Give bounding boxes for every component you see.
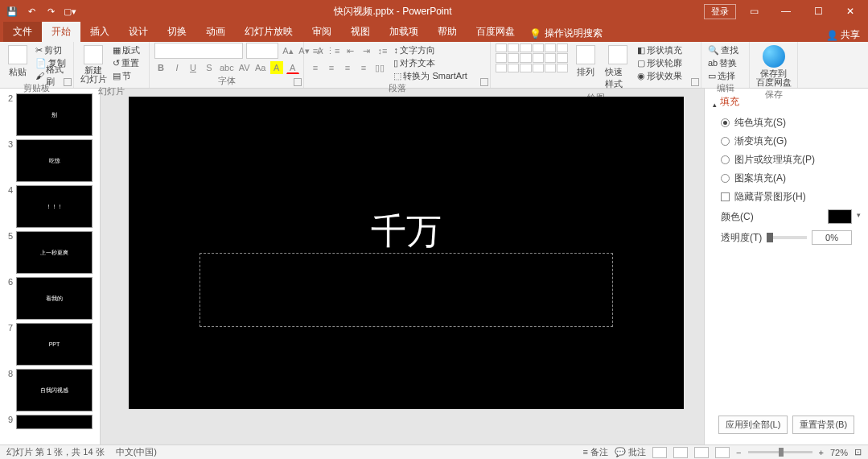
- arrange-button[interactable]: 排列: [571, 43, 600, 80]
- bold-button[interactable]: B: [154, 61, 167, 74]
- font-launcher[interactable]: [294, 78, 302, 86]
- notes-button[interactable]: ≡ 备注: [583, 446, 608, 458]
- find-button[interactable]: 🔍查找: [706, 43, 740, 56]
- italic-button[interactable]: I: [171, 61, 183, 74]
- selected-textbox[interactable]: [200, 253, 613, 327]
- gradient-fill-radio[interactable]: 渐变填充(G): [713, 132, 860, 151]
- shapes-gallery[interactable]: [496, 43, 568, 72]
- drawing-launcher[interactable]: [691, 78, 699, 86]
- numbering-button[interactable]: ⋮≡: [325, 44, 340, 57]
- collapse-caret-icon[interactable]: ▴: [713, 101, 717, 109]
- tab-baidu[interactable]: 百度网盘: [467, 22, 525, 42]
- shadow-button[interactable]: abc: [219, 61, 235, 74]
- thumb-7[interactable]: 7PPT: [0, 321, 100, 367]
- align-left-button[interactable]: ≡: [309, 61, 322, 74]
- canvas-scroll[interactable]: 千万: [101, 89, 704, 445]
- thumb-4[interactable]: 4！！！: [0, 184, 100, 229]
- columns-button[interactable]: ▯▯: [373, 61, 386, 74]
- reset-bg-button[interactable]: 重置背景(B): [792, 416, 854, 434]
- highlight-button[interactable]: A: [270, 61, 283, 74]
- zoom-out-button[interactable]: −: [736, 448, 741, 457]
- slide-thumbnails[interactable]: 2别 3吃惊 4！！！ 5上一秒更爽 6看我的 7PPT 8自我闪视感 9: [0, 89, 101, 445]
- justify-button[interactable]: ≡: [357, 61, 370, 74]
- share-button[interactable]: 👤 共享: [826, 28, 860, 42]
- shape-effects-button[interactable]: ◉形状效果: [636, 69, 684, 82]
- zoom-slider[interactable]: [748, 451, 812, 453]
- language-status[interactable]: 中文(中国): [116, 446, 157, 458]
- align-right-button[interactable]: ≡: [341, 61, 354, 74]
- shape-outline-button[interactable]: ▢形状轮廓: [636, 56, 684, 69]
- text-direction-button[interactable]: ↕文字方向: [392, 43, 468, 56]
- ribbon-display-icon[interactable]: ▭: [739, 0, 768, 23]
- case-button[interactable]: Aa: [254, 61, 267, 74]
- thumb-2[interactable]: 2别: [0, 92, 100, 138]
- align-text-button[interactable]: ▯对齐文本: [392, 56, 468, 69]
- tab-transitions[interactable]: 切换: [158, 22, 196, 42]
- tell-me-search[interactable]: 💡 操作说明搜索: [525, 25, 607, 42]
- thumb-5[interactable]: 5上一秒更爽: [0, 229, 100, 275]
- tab-file[interactable]: 文件: [3, 22, 42, 42]
- paragraph-launcher[interactable]: [480, 78, 488, 86]
- tab-slideshow[interactable]: 幻灯片放映: [235, 22, 302, 42]
- tab-view[interactable]: 视图: [341, 22, 380, 42]
- undo-icon[interactable]: ↶: [24, 4, 39, 19]
- tab-home[interactable]: 开始: [42, 22, 80, 42]
- apply-all-button[interactable]: 应用到全部(L): [718, 416, 788, 434]
- tab-design[interactable]: 设计: [119, 22, 158, 42]
- bullets-button[interactable]: ≡: [309, 44, 322, 57]
- transparency-value[interactable]: 0%: [812, 230, 852, 245]
- spacing-button[interactable]: AV: [238, 61, 251, 74]
- tab-addins[interactable]: 加载项: [380, 22, 428, 42]
- transparency-slider[interactable]: [767, 236, 807, 239]
- select-button[interactable]: ▭选择: [706, 69, 740, 82]
- thumb-6[interactable]: 6看我的: [0, 275, 100, 321]
- tab-insert[interactable]: 插入: [80, 22, 119, 42]
- replace-button[interactable]: ab替换: [706, 56, 740, 69]
- slide-title-text[interactable]: 千万: [129, 208, 684, 255]
- redo-icon[interactable]: ↷: [43, 4, 58, 19]
- shape-fill-button[interactable]: ◧形状填充: [636, 43, 684, 56]
- fit-window-button[interactable]: ⊡: [854, 447, 862, 457]
- minimize-icon[interactable]: —: [771, 0, 800, 23]
- reset-button[interactable]: ↺重置: [111, 56, 142, 69]
- thumb-9[interactable]: 9: [0, 413, 100, 431]
- login-button[interactable]: 登录: [704, 4, 736, 19]
- color-picker[interactable]: [828, 209, 852, 224]
- slide-counter[interactable]: 幻灯片 第 1 张，共 14 张: [6, 446, 105, 458]
- layout-button[interactable]: ▦版式: [111, 43, 142, 56]
- slideshow-view-button[interactable]: [715, 447, 730, 458]
- picture-fill-radio[interactable]: 图片或纹理填充(P): [713, 151, 860, 169]
- indent-dec-button[interactable]: ⇤: [343, 44, 356, 57]
- save-icon[interactable]: 💾: [5, 4, 19, 19]
- cut-button[interactable]: ✂剪切: [34, 43, 68, 56]
- font-color-button[interactable]: A: [286, 61, 299, 74]
- maximize-icon[interactable]: ☐: [804, 0, 833, 23]
- start-show-icon[interactable]: ▢▾: [63, 4, 77, 19]
- new-slide-button[interactable]: 新建 幻灯片: [79, 43, 108, 85]
- current-slide[interactable]: 千万: [129, 97, 684, 409]
- hide-bg-checkbox[interactable]: 隐藏背景图形(H): [713, 188, 860, 206]
- sorter-view-button[interactable]: [673, 447, 688, 458]
- paste-button[interactable]: 粘贴: [5, 43, 31, 80]
- clipboard-launcher[interactable]: [64, 78, 72, 86]
- tab-animations[interactable]: 动画: [196, 22, 235, 42]
- zoom-in-button[interactable]: +: [819, 448, 824, 457]
- increase-font-icon[interactable]: A▴: [282, 44, 294, 57]
- tab-review[interactable]: 审阅: [302, 22, 341, 42]
- normal-view-button[interactable]: [652, 447, 667, 458]
- close-icon[interactable]: ✕: [836, 0, 865, 23]
- section-button[interactable]: ▤节: [111, 69, 142, 82]
- smartart-button[interactable]: ⬚转换为 SmartArt: [392, 69, 468, 82]
- underline-button[interactable]: U: [187, 61, 200, 74]
- font-size-combo[interactable]: [246, 43, 278, 59]
- solid-fill-radio[interactable]: 纯色填充(S): [713, 114, 860, 132]
- pattern-fill-radio[interactable]: 图案填充(A): [713, 169, 860, 188]
- thumb-3[interactable]: 3吃惊: [0, 138, 100, 184]
- comments-button[interactable]: 💬 批注: [615, 446, 646, 458]
- line-spacing-button[interactable]: ↕≡: [376, 44, 389, 57]
- thumb-8[interactable]: 8自我闪视感: [0, 367, 100, 413]
- align-center-button[interactable]: ≡: [325, 61, 338, 74]
- quick-styles-button[interactable]: 快速样式: [603, 43, 632, 92]
- indent-inc-button[interactable]: ⇥: [360, 44, 372, 57]
- font-family-combo[interactable]: [154, 43, 243, 59]
